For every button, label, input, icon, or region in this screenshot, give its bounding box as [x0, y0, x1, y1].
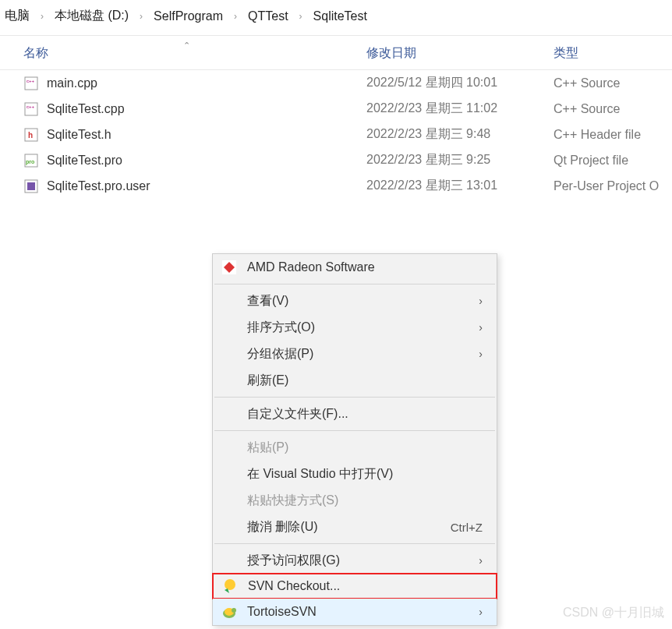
- cpp-file-icon: c++: [23, 76, 39, 91]
- file-name: main.cpp: [47, 76, 366, 90]
- svg-text:c++: c++: [27, 104, 35, 109]
- svg-rect-9: [27, 182, 35, 190]
- tortoise-icon: [221, 603, 238, 620]
- menu-item-group[interactable]: 分组依据(P) ›: [213, 341, 497, 367]
- svn-checkout-icon: [221, 578, 239, 595]
- menu-label: 在 Visual Studio 中打开(V): [247, 466, 483, 482]
- column-header-date[interactable]: 修改日期: [366, 39, 554, 69]
- svg-text:c++: c++: [27, 79, 35, 83]
- file-row[interactable]: h SqliteTest.h 2022/2/23 星期三 9:48 C++ He…: [0, 122, 672, 147]
- file-date: 2022/2/23 星期三 9:25: [366, 152, 554, 168]
- menu-item-view[interactable]: 查看(V) ›: [213, 288, 497, 314]
- menu-label: 粘贴(P): [247, 440, 483, 456]
- menu-item-undo-delete[interactable]: 撤消 删除(U) Ctrl+Z: [213, 514, 497, 540]
- file-name: SqliteTest.pro.user: [47, 179, 366, 193]
- menu-item-paste-shortcut: 粘贴快捷方式(S): [213, 487, 497, 514]
- menu-label: 授予访问权限(G): [247, 553, 479, 569]
- chevron-right-icon: ›: [479, 554, 483, 567]
- file-list: ⌃ 名称 修改日期 类型 c++ main.cpp 2022/5/12 星期四 …: [0, 36, 672, 199]
- menu-item-sort[interactable]: 排序方式(O) ›: [213, 314, 497, 341]
- svg-point-14: [232, 608, 236, 613]
- breadcrumb-item[interactable]: SqliteTest: [309, 8, 372, 25]
- menu-item-customize[interactable]: 自定义文件夹(F)...: [213, 401, 497, 427]
- pro-file-icon: pro: [23, 153, 39, 168]
- chevron-right-icon: ›: [479, 295, 483, 307]
- file-type: C++ Source: [554, 102, 672, 116]
- menu-separator: [214, 543, 495, 544]
- file-row[interactable]: c++ SqliteTest.cpp 2022/2/23 星期三 11:02 C…: [0, 96, 672, 122]
- file-type: C++ Header file: [554, 128, 672, 142]
- menu-label: 排序方式(O): [247, 320, 479, 336]
- file-row[interactable]: SqliteTest.pro.user 2022/2/23 星期三 13:01 …: [0, 173, 672, 199]
- column-headers: ⌃ 名称 修改日期 类型: [0, 39, 672, 70]
- breadcrumb-item[interactable]: 本地磁盘 (D:): [50, 6, 133, 26]
- file-type: Per-User Project O: [554, 179, 672, 193]
- menu-separator: [214, 284, 495, 284]
- menu-label: 粘贴快捷方式(S): [247, 493, 483, 509]
- breadcrumb[interactable]: 电脑 › 本地磁盘 (D:) › SelfProgram › QTTest › …: [0, 0, 672, 36]
- menu-label: AMD Radeon Software: [247, 260, 483, 274]
- svg-point-11: [225, 579, 235, 590]
- menu-label: 查看(V): [247, 293, 479, 309]
- menu-item-grant-access[interactable]: 授予访问权限(G) ›: [213, 547, 497, 574]
- amd-icon: [221, 259, 238, 276]
- menu-item-svn-checkout[interactable]: SVN Checkout...: [212, 573, 497, 599]
- file-date: 2022/5/12 星期四 10:01: [366, 75, 554, 91]
- file-date: 2022/2/23 星期三 9:48: [366, 126, 554, 143]
- file-date: 2022/2/23 星期三 13:01: [366, 178, 554, 194]
- menu-label: TortoiseSVN: [247, 605, 479, 619]
- menu-separator: [214, 430, 495, 431]
- chevron-right-icon: ›: [296, 11, 306, 22]
- file-row[interactable]: pro SqliteTest.pro 2022/2/23 星期三 9:25 Qt…: [0, 147, 672, 173]
- menu-item-tortoisesvn[interactable]: TortoiseSVN ›: [213, 599, 497, 625]
- chevron-right-icon: ›: [479, 348, 483, 360]
- breadcrumb-item[interactable]: 电脑: [0, 6, 34, 26]
- menu-separator: [214, 397, 495, 398]
- file-name: SqliteTest.pro: [47, 154, 366, 168]
- file-date: 2022/2/23 星期三 11:02: [366, 101, 554, 117]
- file-name: SqliteTest.cpp: [47, 102, 366, 116]
- sort-indicator-icon: ⌃: [183, 41, 190, 51]
- chevron-right-icon: ›: [479, 606, 483, 618]
- svg-text:pro: pro: [26, 159, 34, 165]
- svg-text:h: h: [28, 131, 33, 140]
- file-name: SqliteTest.h: [47, 128, 366, 142]
- user-file-icon: [23, 178, 39, 194]
- breadcrumb-item[interactable]: SelfProgram: [149, 8, 228, 25]
- file-row[interactable]: c++ main.cpp 2022/5/12 星期四 10:01 C++ Sou…: [0, 70, 672, 96]
- menu-label: 自定义文件夹(F)...: [247, 406, 483, 422]
- menu-label: 分组依据(P): [247, 346, 479, 362]
- watermark: CSDN @十月旧城: [563, 605, 664, 621]
- menu-item-open-vs[interactable]: 在 Visual Studio 中打开(V): [213, 461, 497, 487]
- file-type: C++ Source: [554, 76, 672, 90]
- chevron-right-icon: ›: [479, 321, 483, 334]
- menu-label: 撤消 删除(U): [247, 519, 451, 535]
- menu-item-refresh[interactable]: 刷新(E): [213, 367, 497, 394]
- menu-label: SVN Checkout...: [248, 579, 482, 593]
- cpp-file-icon: c++: [23, 101, 39, 117]
- context-menu: AMD Radeon Software 查看(V) › 排序方式(O) › 分组…: [212, 253, 497, 626]
- menu-label: 刷新(E): [247, 373, 483, 389]
- h-file-icon: h: [23, 127, 39, 143]
- menu-item-amd[interactable]: AMD Radeon Software: [213, 254, 497, 281]
- file-type: Qt Project file: [554, 154, 672, 168]
- column-header-type[interactable]: 类型: [554, 39, 672, 69]
- menu-item-paste: 粘贴(P): [213, 434, 497, 461]
- breadcrumb-item[interactable]: QTTest: [243, 8, 293, 25]
- chevron-right-icon: ›: [37, 11, 47, 22]
- chevron-right-icon: ›: [231, 11, 240, 22]
- menu-shortcut: Ctrl+Z: [451, 521, 483, 534]
- chevron-right-icon: ›: [136, 11, 146, 22]
